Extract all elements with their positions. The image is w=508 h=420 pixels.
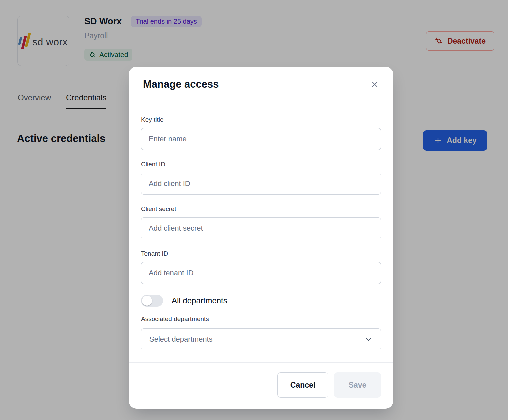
all-departments-row: All departments — [141, 295, 381, 307]
field-group-tenant-id: Tenant ID — [141, 250, 381, 284]
toggle-knob — [142, 296, 152, 306]
manage-access-modal: Manage access Key title Client ID Client… — [129, 67, 393, 409]
client-id-input[interactable] — [141, 173, 381, 195]
modal-header: Manage access — [129, 67, 393, 102]
key-title-label: Key title — [141, 116, 381, 123]
modal-body: Key title Client ID Client secret Tenant… — [129, 102, 393, 350]
client-secret-label: Client secret — [141, 205, 381, 213]
associated-departments-group: Associated departments Select department… — [141, 315, 381, 350]
tenant-id-label: Tenant ID — [141, 250, 381, 257]
field-group-key-title: Key title — [141, 116, 381, 150]
client-secret-input[interactable] — [141, 217, 381, 239]
key-title-input[interactable] — [141, 128, 381, 150]
field-group-client-id: Client ID — [141, 161, 381, 195]
close-button[interactable] — [369, 78, 381, 90]
all-departments-toggle[interactable] — [141, 295, 163, 307]
tenant-id-input[interactable] — [141, 262, 381, 284]
chevron-down-icon — [365, 335, 373, 343]
client-id-label: Client ID — [141, 161, 381, 168]
departments-select-placeholder: Select departments — [149, 335, 213, 344]
all-departments-label: All departments — [172, 296, 227, 305]
departments-select[interactable]: Select departments — [141, 328, 381, 350]
modal-title: Manage access — [143, 78, 219, 90]
modal-footer: Cancel Save — [129, 362, 393, 398]
associated-departments-label: Associated departments — [141, 315, 381, 323]
field-group-client-secret: Client secret — [141, 205, 381, 239]
save-button[interactable]: Save — [334, 372, 381, 398]
cancel-button[interactable]: Cancel — [277, 372, 328, 398]
close-icon — [370, 80, 379, 89]
